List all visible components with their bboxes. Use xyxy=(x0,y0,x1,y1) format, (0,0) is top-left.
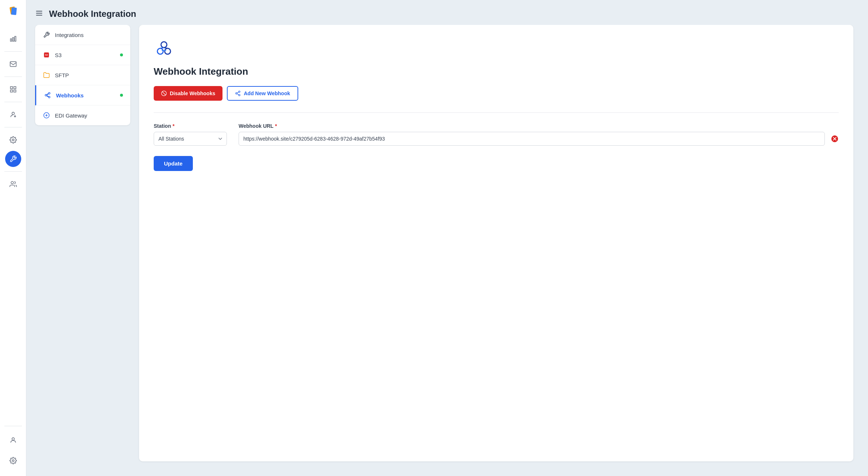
webhook-url-label: Webhook URL * xyxy=(239,123,839,129)
icon-rail xyxy=(0,0,26,476)
webhook-url-input[interactable] xyxy=(239,132,825,146)
url-input-wrapper xyxy=(239,132,839,146)
content-layout: Integrations S3 S3 SFTP xyxy=(26,25,868,476)
bar-chart-icon[interactable] xyxy=(5,31,21,47)
bottom-icons xyxy=(4,423,22,470)
svg-point-10 xyxy=(12,112,14,115)
wrench-icon[interactable] xyxy=(5,151,21,167)
svg-rect-5 xyxy=(10,62,16,66)
update-button[interactable]: Update xyxy=(154,156,193,171)
s3-icon: S3 xyxy=(42,52,50,58)
svg-point-28 xyxy=(236,93,237,94)
svg-point-27 xyxy=(239,91,240,92)
svg-point-15 xyxy=(12,460,14,462)
svg-point-29 xyxy=(239,94,240,96)
svg-point-22 xyxy=(161,42,167,48)
divider-1 xyxy=(4,51,22,52)
station-required: * xyxy=(172,123,174,129)
svg-text:S3: S3 xyxy=(45,54,48,56)
main-panel: Webhook Integration Disable Webhooks Add… xyxy=(139,25,853,461)
disable-webhooks-label: Disable Webhooks xyxy=(170,90,215,96)
disable-webhooks-button[interactable]: Disable Webhooks xyxy=(154,86,222,101)
sidebar-panel: Integrations S3 S3 SFTP xyxy=(35,25,130,125)
svg-point-23 xyxy=(157,48,163,54)
divider-2 xyxy=(4,77,22,77)
mail-icon[interactable] xyxy=(5,56,21,72)
svg-rect-9 xyxy=(14,90,16,92)
svg-rect-7 xyxy=(14,87,16,89)
main-area: Webhook Integration Integrations S3 xyxy=(26,0,868,476)
station-select[interactable]: All Stations Station 1 Station 2 xyxy=(154,132,227,146)
webhook-url-field: Webhook URL * xyxy=(239,123,839,146)
profile-icon[interactable] xyxy=(5,432,21,448)
webhook-url-required: * xyxy=(275,123,277,129)
sftp-icon xyxy=(42,72,50,78)
remove-webhook-button[interactable] xyxy=(831,135,839,143)
svg-rect-4 xyxy=(15,36,16,41)
sftp-label: SFTP xyxy=(55,72,69,78)
page-title: Webhook Integration xyxy=(49,9,136,19)
station-field: Station * All Stations Station 1 Station… xyxy=(154,123,227,146)
webhooks-status-dot xyxy=(120,94,123,97)
sidebar-item-integrations[interactable]: Integrations xyxy=(35,25,130,45)
s3-status-dot xyxy=(120,53,123,56)
top-header: Webhook Integration xyxy=(26,0,868,25)
user-import-icon[interactable] xyxy=(5,107,21,123)
sidebar-item-sftp[interactable]: SFTP xyxy=(35,65,130,85)
svg-line-26 xyxy=(162,92,165,95)
svg-point-24 xyxy=(165,48,171,54)
svg-rect-6 xyxy=(10,87,12,89)
settings-cog-icon[interactable] xyxy=(5,132,21,148)
add-new-webhook-label: Add New Webhook xyxy=(244,90,290,96)
grid-icon[interactable] xyxy=(5,81,21,97)
bottom-gear-icon[interactable] xyxy=(5,453,21,469)
section-divider xyxy=(154,112,839,113)
edi-gateway-label: EDI Gateway xyxy=(55,112,87,119)
divider-6 xyxy=(4,426,22,426)
add-new-webhook-button[interactable]: Add New Webhook xyxy=(227,86,298,101)
svg-line-30 xyxy=(237,94,239,95)
webhook-icon-container xyxy=(154,38,839,66)
divider-5 xyxy=(4,171,22,172)
update-button-label: Update xyxy=(164,160,183,167)
sidebar-item-edi-gateway[interactable]: EDI Gateway xyxy=(35,105,130,125)
integrations-label: Integrations xyxy=(55,32,83,38)
s3-label: S3 xyxy=(55,52,61,58)
form-row: Station * All Stations Station 1 Station… xyxy=(154,123,839,146)
integrations-icon xyxy=(42,31,50,38)
app-logo[interactable] xyxy=(7,6,20,21)
svg-rect-3 xyxy=(12,38,14,41)
action-buttons: Disable Webhooks Add New Webhook xyxy=(154,86,839,101)
svg-point-12 xyxy=(12,139,14,141)
webhook-logo-icon xyxy=(154,38,174,59)
sidebar-item-webhooks[interactable]: Webhooks xyxy=(35,85,130,105)
edi-icon xyxy=(42,112,50,119)
svg-rect-8 xyxy=(10,90,12,92)
divider-4 xyxy=(4,127,22,127)
hamburger-button[interactable] xyxy=(35,9,43,19)
webhook-main-title: Webhook Integration xyxy=(154,66,839,77)
svg-line-31 xyxy=(237,92,239,93)
station-label: Station * xyxy=(154,123,227,129)
divider-3 xyxy=(4,102,22,102)
sidebar-item-s3[interactable]: S3 S3 xyxy=(35,45,130,65)
users-icon[interactable] xyxy=(5,176,21,192)
svg-point-13 xyxy=(11,182,14,184)
webhooks-label: Webhooks xyxy=(56,92,84,98)
svg-rect-1 xyxy=(11,7,17,15)
svg-rect-2 xyxy=(10,39,11,41)
webhooks-icon xyxy=(44,92,52,98)
svg-point-14 xyxy=(12,438,14,440)
